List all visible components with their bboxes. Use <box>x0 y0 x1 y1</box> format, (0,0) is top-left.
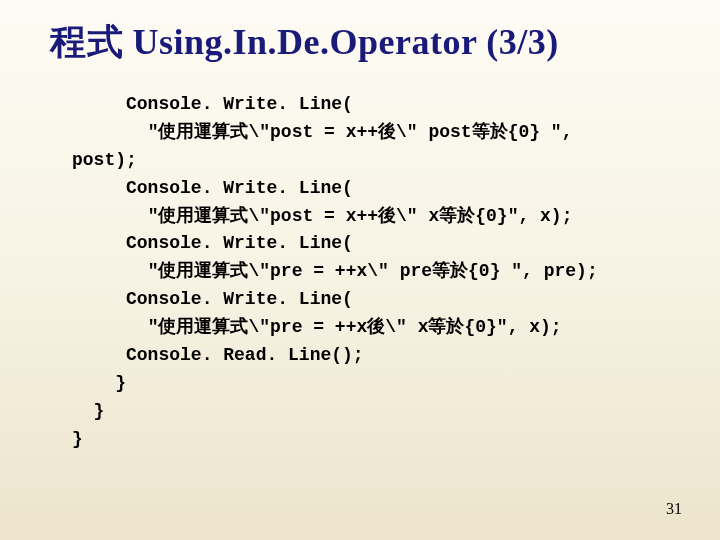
page-title: 程式 Using.In.De.Operator (3/3) <box>50 18 680 67</box>
code-line: } <box>72 429 83 449</box>
code-line: "使用運算式\"post = x++後\" x等於{0}", x); <box>72 206 572 226</box>
code-line: post); <box>72 150 137 170</box>
code-line: } <box>72 401 104 421</box>
code-line: "使用運算式\"post = x++後\" post等於{0} ", <box>72 122 572 142</box>
page-number: 31 <box>666 500 682 518</box>
code-line: Console. Write. Line( <box>72 94 353 114</box>
code-line: Console. Write. Line( <box>72 178 353 198</box>
code-line: Console. Read. Line(); <box>72 345 364 365</box>
slide: 程式 Using.In.De.Operator (3/3) Console. W… <box>0 0 720 540</box>
code-line: } <box>72 373 126 393</box>
code-line: Console. Write. Line( <box>72 233 353 253</box>
code-line: Console. Write. Line( <box>72 289 353 309</box>
code-line: "使用運算式\"pre = ++x\" pre等於{0} ", pre); <box>72 261 598 281</box>
code-block: Console. Write. Line( "使用運算式\"post = x++… <box>72 91 680 454</box>
code-line: "使用運算式\"pre = ++x後\" x等於{0}", x); <box>72 317 562 337</box>
